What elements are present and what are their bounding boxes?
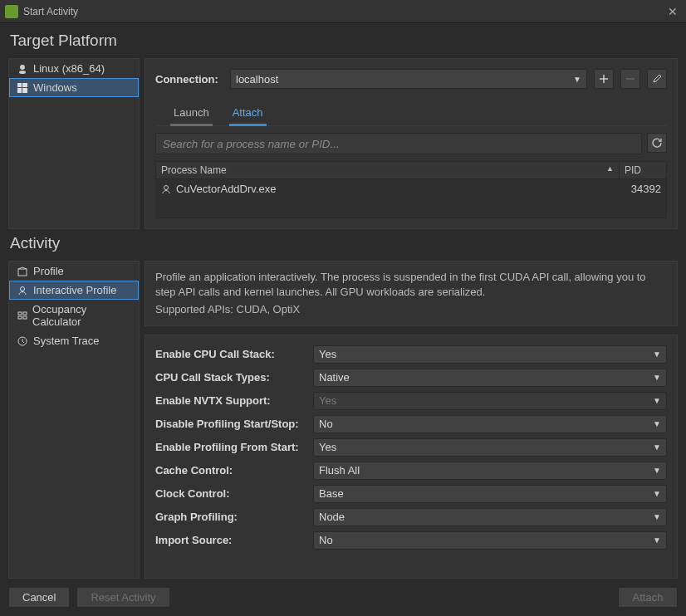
column-header-pid[interactable]: PID — [620, 162, 666, 178]
option-row: Disable Profiling Start/Stop: No▼ — [155, 415, 667, 433]
option-row: Cache Control: Flush All▼ — [155, 462, 667, 480]
option-dropdown-enable-from-start[interactable]: Yes▼ — [313, 438, 667, 457]
interactive-profile-icon — [17, 285, 28, 296]
platform-sidebar: Linux (x86_64) Windows — [8, 58, 140, 229]
option-label: CPU Call Stack Types: — [155, 371, 305, 384]
activity-description-box: Profile an application interactively. Th… — [145, 261, 678, 326]
app-logo-icon — [5, 5, 18, 18]
sidebar-item-linux[interactable]: Linux (x86_64) — [9, 59, 139, 78]
linux-icon — [17, 63, 28, 75]
process-name: CuVectorAddDrv.exe — [176, 183, 276, 195]
sidebar-item-windows[interactable]: Windows — [9, 78, 139, 97]
titlebar: Start Activity ✕ — [0, 0, 686, 23]
sidebar-item-label: Interactive Profile — [33, 284, 116, 296]
svg-rect-3 — [22, 83, 27, 87]
chevron-down-icon: ▼ — [653, 466, 661, 475]
svg-rect-7 — [18, 269, 27, 276]
chevron-down-icon: ▼ — [653, 396, 661, 405]
footer: Cancel Reset Activity Attach — [0, 582, 686, 616]
column-header-name[interactable]: Process Name ▲ — [156, 162, 620, 178]
refresh-button[interactable] — [647, 133, 667, 153]
sidebar-item-label: Occupancy Calculator — [32, 303, 131, 328]
cancel-button[interactable]: Cancel — [8, 587, 70, 608]
svg-rect-4 — [17, 88, 22, 93]
option-row: Enable CPU Call Stack: Yes▼ — [155, 345, 667, 364]
option-dropdown-clock-control[interactable]: Base▼ — [313, 485, 667, 503]
connection-label: Connection: — [155, 73, 223, 86]
tabs: Launch Attach — [155, 100, 667, 126]
activity-description: Profile an application interactively. Th… — [155, 270, 667, 299]
svg-point-6 — [164, 185, 169, 189]
chevron-down-icon: ▼ — [653, 512, 661, 521]
option-label: Enable NVTX Support: — [155, 394, 305, 407]
svg-point-0 — [20, 65, 25, 70]
process-table: Process Name ▲ PID CuVectorAddDrv.exe 34… — [155, 161, 667, 218]
option-dropdown-graph-profiling[interactable]: Node▼ — [313, 508, 667, 526]
tab-launch[interactable]: Launch — [170, 101, 213, 126]
svg-rect-12 — [23, 316, 27, 319]
svg-rect-2 — [17, 83, 22, 87]
connection-dropdown[interactable]: localhost ▼ — [230, 69, 587, 89]
window-title: Start Activity — [23, 6, 664, 17]
sidebar-item-system-trace[interactable]: System Trace — [9, 331, 139, 350]
close-icon[interactable]: ✕ — [664, 5, 681, 18]
option-dropdown-stack-types[interactable]: Native▼ — [313, 369, 667, 387]
sidebar-item-label: Profile — [33, 265, 64, 277]
svg-rect-10 — [23, 312, 27, 315]
option-dropdown-cache-control[interactable]: Flush All▼ — [313, 462, 667, 480]
windows-icon — [17, 82, 28, 94]
chevron-down-icon: ▼ — [573, 75, 581, 84]
process-pid: 34392 — [620, 181, 666, 197]
option-label: Disable Profiling Start/Stop: — [155, 418, 305, 430]
activity-heading: Activity — [10, 234, 678, 252]
reset-activity-button[interactable]: Reset Activity — [76, 587, 169, 608]
sidebar-item-profile[interactable]: Profile — [9, 262, 139, 281]
options-box: Enable CPU Call Stack: Yes▼ CPU Call Sta… — [145, 335, 678, 579]
attach-button[interactable]: Attach — [618, 587, 678, 608]
sidebar-item-occupancy[interactable]: Occupancy Calculator — [9, 300, 139, 331]
sidebar-item-label: Linux (x86_64) — [33, 62, 105, 75]
option-label: Graph Profiling: — [155, 511, 305, 523]
svg-point-8 — [21, 286, 25, 291]
platform-right-pane: Connection: localhost ▼ Launch Attach — [145, 58, 678, 229]
option-dropdown-disable-profiling[interactable]: No▼ — [313, 415, 667, 433]
option-row: Import Source: No▼ — [155, 531, 667, 550]
option-dropdown-import-source[interactable]: No▼ — [313, 531, 667, 550]
remove-connection-button[interactable] — [620, 69, 640, 89]
activity-sidebar: Profile Interactive Profile Occupancy Ca… — [8, 261, 140, 579]
svg-point-1 — [19, 71, 26, 74]
option-dropdown-nvtx: Yes▼ — [313, 392, 667, 410]
process-table-header: Process Name ▲ PID — [156, 162, 666, 179]
option-label: Enable CPU Call Stack: — [155, 348, 305, 360]
edit-connection-button[interactable] — [647, 69, 667, 89]
svg-rect-9 — [18, 312, 22, 315]
option-row: Clock Control: Base▼ — [155, 485, 667, 503]
process-icon — [161, 184, 171, 194]
chevron-down-icon: ▼ — [653, 489, 661, 498]
add-connection-button[interactable] — [594, 69, 614, 89]
option-row: CPU Call Stack Types: Native▼ — [155, 369, 667, 387]
chevron-down-icon: ▼ — [653, 373, 661, 382]
system-trace-icon — [17, 335, 28, 347]
option-label: Enable Profiling From Start: — [155, 441, 305, 453]
option-label: Cache Control: — [155, 464, 305, 477]
svg-rect-11 — [18, 316, 22, 319]
option-label: Import Source: — [155, 534, 305, 546]
option-label: Clock Control: — [155, 487, 305, 500]
table-row[interactable]: CuVectorAddDrv.exe 34392 — [156, 179, 666, 198]
svg-rect-5 — [22, 88, 27, 93]
process-search-input[interactable] — [155, 133, 642, 154]
activity-right: Profile an application interactively. Th… — [145, 261, 678, 579]
sort-asc-icon: ▲ — [606, 164, 614, 173]
tab-attach[interactable]: Attach — [229, 101, 267, 126]
chevron-down-icon: ▼ — [653, 442, 661, 452]
chevron-down-icon: ▼ — [653, 419, 661, 428]
sidebar-item-label: Windows — [33, 81, 77, 94]
connection-value: localhost — [236, 73, 278, 86]
option-dropdown-cpu-call-stack[interactable]: Yes▼ — [313, 345, 667, 364]
activity-block: Profile Interactive Profile Occupancy Ca… — [8, 261, 678, 579]
sidebar-item-interactive-profile[interactable]: Interactive Profile — [9, 281, 139, 300]
connection-row: Connection: localhost ▼ — [155, 69, 667, 89]
search-row — [155, 133, 667, 154]
option-row: Enable NVTX Support: Yes▼ — [155, 392, 667, 410]
